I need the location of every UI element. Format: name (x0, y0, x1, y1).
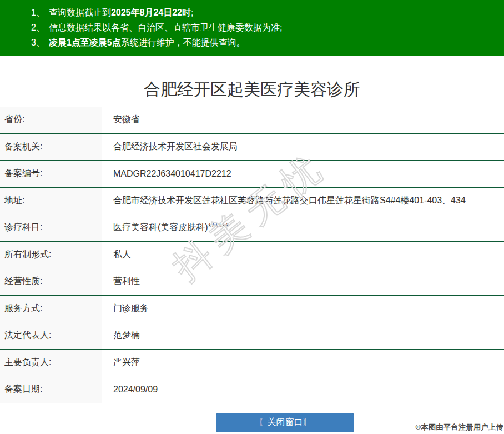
table-row-legal-representative: 法定代表人: 范梦楠 (0, 322, 504, 350)
row-label: 经营性质: (0, 268, 102, 295)
row-label: 地址: (0, 188, 102, 214)
page-title: 合肥经开区起美医疗美容诊所 (0, 56, 504, 107)
row-value: 医疗美容科(美容皮肤科)****** (102, 214, 504, 241)
table-row-filing-date: 备案日期: 2024/09/09 (0, 376, 504, 403)
row-label: 主要负责人: (0, 350, 102, 376)
row-value: MADGR22J634010417D2212 (102, 161, 504, 187)
row-label: 服务方式: (0, 296, 102, 322)
notice-text-bold: 凌晨1点至凌晨5点 (49, 38, 121, 47)
row-label: 备案编号: (0, 161, 102, 187)
notice-text-bold: 2025年8月24日22时 (111, 8, 191, 17)
row-label: 诊疗科目: (0, 214, 102, 241)
notice-line-3: 3、凌晨1点至凌晨5点系统进行维护，不能提供查询。 (0, 35, 504, 50)
row-value: 营利性 (102, 268, 504, 295)
notice-header: 1、查询数据截止到2025年8月24日22时; 2、信息数据结果以各省、自治区、… (0, 0, 504, 56)
notice-text: 系统进行维护，不能提供查询。 (121, 38, 245, 47)
notice-number: 3、 (31, 38, 45, 47)
row-value: 合肥市经济技术开发区莲花社区芙蓉路与莲花路交口伟星莲花星街路S4#4楼401-4… (102, 188, 504, 214)
table-row-ownership-form: 所有制形式: 私人 (0, 242, 504, 269)
row-label: 备案日期: (0, 376, 102, 403)
row-value: 范梦楠 (102, 322, 504, 349)
close-window-button[interactable]: 〖关闭窗口〗 (216, 413, 354, 432)
table-row-treatment-subjects: 诊疗科目: 医疗美容科(美容皮肤科)****** (0, 214, 504, 242)
notice-number: 1、 (31, 8, 45, 17)
row-value: 严兴萍 (102, 350, 504, 376)
row-value: 2024/09/09 (102, 376, 504, 403)
row-label: 备案机关: (0, 134, 102, 161)
uploader-note: ©本图由平台注册用户上传 (415, 422, 503, 432)
table-row-main-principal: 主要负责人: 严兴萍 (0, 350, 504, 377)
row-label: 省份: (0, 107, 102, 133)
record-table: 省份: 安徽省 备案机关: 合肥经济技术开发区社会发展局 备案编号: MADGR… (0, 107, 504, 403)
table-row-address: 地址: 合肥市经济技术开发区莲花社区芙蓉路与莲花路交口伟星莲花星街路S4#4楼4… (0, 188, 504, 215)
notice-text: ; (191, 8, 193, 17)
notice-text: 查询数据截止到 (49, 8, 111, 17)
row-value: 私人 (102, 242, 504, 268)
notice-line-1: 1、查询数据截止到2025年8月24日22时; (0, 5, 504, 20)
row-value: 门诊服务 (102, 296, 504, 322)
row-label: 法定代表人: (0, 322, 102, 349)
table-row-service-mode: 服务方式: 门诊服务 (0, 296, 504, 323)
row-value: 安徽省 (102, 107, 504, 133)
table-row-business-nature: 经营性质: 营利性 (0, 268, 504, 296)
notice-line-2: 2、信息数据结果以各省、自治区、直辖市卫生健康委数据为准; (0, 20, 504, 35)
row-value: 合肥经济技术开发区社会发展局 (102, 134, 504, 161)
table-row-filing-authority: 备案机关: 合肥经济技术开发区社会发展局 (0, 134, 504, 161)
row-label: 所有制形式: (0, 242, 102, 268)
table-row-filing-number: 备案编号: MADGR22J634010417D2212 (0, 161, 504, 188)
table-row-province: 省份: 安徽省 (0, 107, 504, 134)
notice-text: 信息数据结果以各省、自治区、直辖市卫生健康委数据为准; (49, 23, 282, 32)
notice-number: 2、 (31, 23, 45, 32)
